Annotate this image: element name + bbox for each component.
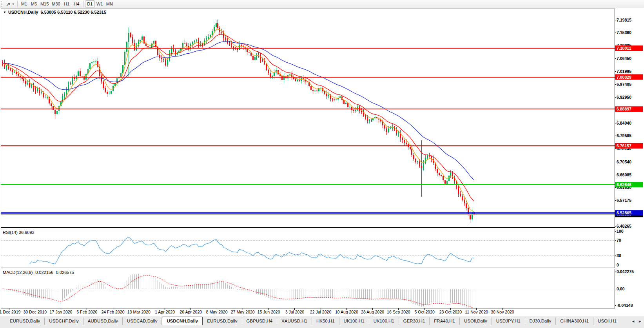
date-tick-label: 20 Apr 2020 [180,310,202,314]
date-tick-label: 27 May 2020 [231,310,255,314]
price-tick-label: 6.48265 [617,224,631,228]
date-tick-label: 1 Apr 2020 [155,310,175,314]
date-tick-label: 15 Jun 2020 [258,310,280,314]
symbol-dropdown-icon[interactable]: ▼ [3,11,6,14]
date-tick-label: 5 Oct 2020 [415,310,435,314]
price-tick-label: 6.66085 [617,172,631,177]
timeframe-button-h4[interactable]: H4 [72,0,82,7]
timeframe-button-m30[interactable]: M30 [50,0,62,7]
price-tick-label: 6.70540 [617,159,631,164]
timeframe-button-m15[interactable]: M15 [39,0,50,7]
toolbar-grip[interactable] [1,1,4,7]
tab-usdjpy-h1[interactable]: USDJPY,H1 [492,317,525,325]
macd-axis-label: -0.04148 [617,303,633,308]
price-level-label: 6.52865 [615,210,643,216]
panel-splitter[interactable] [0,227,615,229]
chart-symbol: USDCNH,Daily [8,10,38,14]
tab-usoil-h1[interactable]: USOil,H1 [593,317,621,325]
tab-scroll-left-button[interactable]: ◄ [631,319,635,323]
date-tick-label: 8 May 2020 [206,310,228,314]
rsi-indicator-label: RSI(14) 36.9093 [3,230,34,235]
timeframe-button-h1[interactable]: H1 [62,0,72,7]
price-tick-label: 7.19815 [617,18,631,22]
price-tick-label: 6.84040 [617,121,631,125]
date-tick-label: 28 Aug 2020 [361,310,384,314]
svg-text:6.52865: 6.52865 [617,210,631,215]
price-level-label: 6.62646 [615,182,643,187]
date-tick-label: 30 Nov 2020 [491,310,514,314]
svg-text:7.00029: 7.00029 [617,75,631,80]
toolbar: ▼ M1M5M15M30H1H4D1W1MN [0,0,644,8]
tab-usoil-daily[interactable]: USOil,Daily [460,317,492,325]
price-level-label: 7.10011 [615,45,643,51]
timeframe-button-mn[interactable]: MN [105,0,114,7]
panel-splitter[interactable] [0,268,615,269]
svg-text:6.62646: 6.62646 [617,182,631,187]
tab-xauusd-h1[interactable]: XAUUSD,H1 [277,317,312,325]
rsi-axis-label: 0 [617,263,619,267]
date-tick-label: 23 Oct 2020 [439,310,462,314]
tab-uk100-h1[interactable]: UK100,H1 [369,317,399,325]
price-level-label: 6.76157 [615,143,643,149]
tab-usdcad-daily[interactable]: USDCAD,Daily [123,317,162,325]
chart-title: ▼USDCNH,Daily 6.53005 6.53110 6.52230 6.… [3,10,106,14]
date-tick-label: 22 Jul 2020 [310,310,331,314]
svg-text:6.88897: 6.88897 [617,107,631,111]
tab-gbpusd-h4[interactable]: GBPUSD,H4 [242,317,277,325]
date-tick-label: 13 Mar 2020 [127,310,151,314]
price-tick-label: 7.06450 [617,56,631,61]
tab-hk50-h1[interactable]: HK50,H1 [312,317,339,325]
date-tick-label: 10 Aug 2020 [335,310,358,314]
tab-uk100-h1[interactable]: UK100,H1 [339,317,369,325]
svg-text:7.10011: 7.10011 [617,46,631,51]
date-tick-label: 3 Jul 2020 [285,310,305,314]
macd-axis-label: 0.00 [617,286,625,291]
tab-dj30-daily[interactable]: DJ30,Daily [525,317,556,325]
macd-indicator-label: MACD(12,26,9) -0.022156 -0.026575 [3,270,74,275]
dropdown-caret-icon: ▼ [12,3,15,5]
chart-quote: 6.53005 6.53110 6.52230 6.52315 [40,10,106,14]
date-tick-label: 16 Sep 2020 [387,310,410,314]
tab-usdchf-daily[interactable]: USDCHF,Daily [45,317,83,325]
tab-scroll-right-button[interactable]: ► [638,319,642,323]
svg-text:6.76157: 6.76157 [617,143,631,148]
toolbar-separator [17,1,18,7]
price-tick-label: 7.15360 [617,30,631,35]
price-tick-label: 7.01995 [617,69,631,74]
date-tick-label: 30 Dec 2019 [24,310,47,314]
date-tick-label: 5 Feb 2020 [76,310,97,314]
date-tick-label: 11 Dec 2019 [0,310,21,314]
price-tick-label: 6.92950 [617,95,631,100]
rsi-axis-label: 100 [617,229,624,234]
rsi-panel [1,229,615,268]
timeframe-button-w1[interactable]: W1 [95,0,105,7]
price-tick-label: 6.79585 [617,133,631,138]
date-tick-label: 24 Feb 2020 [102,310,125,314]
tab-eurusd-daily[interactable]: EURUSD,Daily [203,317,242,325]
macd-panel [1,269,615,308]
timeframe-button-m1[interactable]: M1 [19,0,29,7]
price-level-label: 6.88897 [615,106,643,112]
tab-china300-h1[interactable]: CHINA300,H1 [556,317,593,325]
rsi-axis-label: 30 [617,253,621,258]
price-tick-label: 6.97405 [617,82,631,87]
main-chart-panel [1,9,615,227]
rsi-axis-label: 70 [617,238,621,243]
tab-audusd-daily[interactable]: AUDUSD,Daily [83,317,123,325]
chart-tab-bar: EURUSD,DailyUSDCHF,DailyAUDUSD,DailyUSDC… [0,316,644,328]
tab-ger30-h1[interactable]: GER30,H1 [399,317,430,325]
toolbar-separator [83,1,83,7]
cursor-tool-button[interactable]: ▼ [5,0,16,7]
date-tick-label: 17 Jan 2020 [50,310,73,314]
timeframe-button-m5[interactable]: M5 [29,0,39,7]
price-tick-label: 6.57175 [617,198,631,203]
date-tick-label: 11 Nov 2020 [465,310,488,314]
cursor-crosshair-icon [6,2,11,7]
tab-usdcnh-daily[interactable]: USDCNH,Daily [162,317,203,325]
tab-fra40-h1[interactable]: FRA40,H1 [430,317,460,325]
macd-axis-label: 0.042275 [617,269,634,274]
price-level-label: 7.00029 [615,74,643,80]
timeframe-button-d1[interactable]: D1 [85,0,95,7]
tab-eurusd-daily[interactable]: EURUSD,Daily [5,317,45,325]
